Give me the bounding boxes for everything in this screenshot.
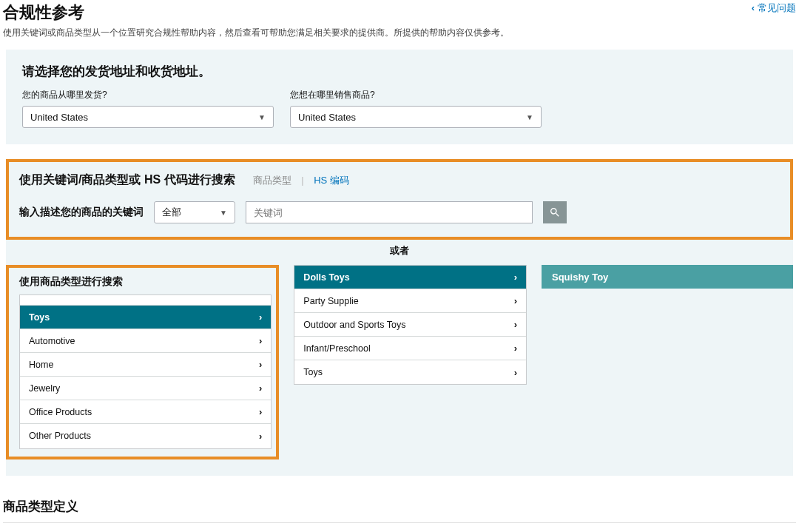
search-icon — [549, 206, 561, 218]
location-panel: 请选择您的发货地址和收货地址。 您的商品从哪里发货? United States… — [6, 50, 793, 144]
chevron-right-icon: › — [514, 343, 517, 354]
search-heading: 使用关键词/商品类型或 HS 代码进行搜索 — [19, 172, 235, 188]
chevron-right-icon: › — [514, 295, 517, 306]
browse-heading: 使用商品类型进行搜索 — [19, 275, 272, 289]
chevron-right-icon: › — [259, 431, 262, 442]
sell-where-label: 您想在哪里销售商品? — [290, 89, 542, 101]
subcategory-label: Party Supplie — [303, 296, 358, 306]
subcategory-item-party-supplie[interactable]: Party Supplie › — [294, 289, 526, 313]
search-panel: 使用关键词/商品类型或 HS 代码进行搜索 商品类型 | HS 编码 输入描述您… — [6, 159, 793, 476]
page-title: 合规性参考 — [3, 1, 84, 24]
chevron-right-icon: › — [259, 312, 262, 323]
chevron-right-icon: › — [259, 406, 262, 417]
subcategory-panel: Dolls Toys › Party Supplie › Outdoor and… — [294, 265, 527, 459]
ship-from-label: 您的商品从哪里发货? — [22, 89, 274, 101]
chevron-down-icon: ▼ — [526, 113, 533, 121]
category-label: Jewelry — [29, 383, 60, 394]
divider — [3, 522, 796, 523]
chevron-right-icon: › — [514, 367, 517, 378]
category-label: Other Products — [29, 431, 91, 441]
keyword-row-label: 输入描述您的商品的关键词 — [19, 206, 144, 219]
subcategory-list: Dolls Toys › Party Supplie › Outdoor and… — [294, 265, 527, 385]
chevron-right-icon: › — [259, 359, 262, 370]
subcategory-item-infant-preschool[interactable]: Infant/Preschool › — [294, 337, 526, 360]
category-list[interactable]: Toys › Automotive › Home › Jewelry › Off… — [19, 294, 272, 449]
subcategory-item-dolls-toys[interactable]: Dolls Toys › — [294, 266, 526, 289]
tab-hs-code[interactable]: HS 编码 — [314, 175, 349, 186]
subcategory-item-toys[interactable]: Toys › — [294, 360, 526, 384]
keyword-input[interactable] — [246, 201, 533, 223]
or-label: 或者 — [6, 240, 793, 265]
chevron-right-icon: › — [514, 319, 517, 330]
chevron-right-icon: › — [259, 335, 262, 346]
subcategory-label: Outdoor and Sports Toys — [303, 320, 405, 330]
category-item-office-products[interactable]: Office Products › — [20, 400, 271, 424]
category-item-automotive[interactable]: Automotive › — [20, 329, 271, 353]
location-heading: 请选择您的发货地址和收货地址。 — [22, 63, 777, 80]
tab-product-type[interactable]: 商品类型 — [253, 175, 291, 186]
chevron-down-icon: ▼ — [258, 113, 266, 121]
category-browse-box: 使用商品类型进行搜索 Toys › Automotive › Home › Je… — [6, 265, 279, 459]
subcategory-label: Toys — [303, 367, 323, 377]
keyword-scope-select[interactable]: 全部 ▼ — [154, 201, 235, 223]
definitions-heading: 商品类型定义 — [3, 498, 796, 515]
faq-link[interactable]: 常见问题 — [752, 1, 796, 15]
tab-separator: | — [301, 175, 303, 186]
category-label: Home — [29, 360, 53, 370]
sell-where-select[interactable]: United States ▼ — [290, 106, 542, 128]
keyword-scope-value: 全部 — [162, 206, 181, 219]
category-label: Automotive — [29, 336, 75, 346]
sell-where-value: United States — [298, 112, 356, 123]
category-item-jewelry[interactable]: Jewelry › — [20, 377, 271, 400]
subcategory-item-outdoor-sports-toys[interactable]: Outdoor and Sports Toys › — [294, 313, 526, 337]
search-button[interactable] — [543, 201, 567, 223]
chevron-down-icon: ▼ — [220, 209, 227, 217]
ship-from-value: United States — [30, 112, 88, 123]
ship-from-select[interactable]: United States ▼ — [22, 106, 274, 128]
category-item-other-products[interactable]: Other Products › — [20, 424, 271, 448]
category-item[interactable] — [20, 295, 271, 306]
selection-panel: Squishy Toy — [542, 265, 793, 459]
category-item-toys[interactable]: Toys › — [20, 306, 271, 329]
keyword-search-box: 使用关键词/商品类型或 HS 代码进行搜索 商品类型 | HS 编码 输入描述您… — [6, 159, 793, 240]
subcategory-label: Infant/Preschool — [303, 343, 370, 354]
page-subtitle: 使用关键词或商品类型从一个位置研究合规性帮助内容，然后查看可帮助您满足相关要求的… — [0, 24, 799, 50]
category-label: Office Products — [29, 407, 92, 417]
chevron-right-icon: › — [514, 272, 517, 283]
chevron-right-icon: › — [259, 383, 262, 394]
subcategory-label: Dolls Toys — [303, 272, 349, 283]
definitions-section: 商品类型定义 Squishy Toy A squishy or squishy … — [0, 476, 799, 532]
category-item-home[interactable]: Home › — [20, 353, 271, 377]
category-label: Toys — [29, 312, 50, 323]
selected-product-tag[interactable]: Squishy Toy — [542, 265, 793, 289]
